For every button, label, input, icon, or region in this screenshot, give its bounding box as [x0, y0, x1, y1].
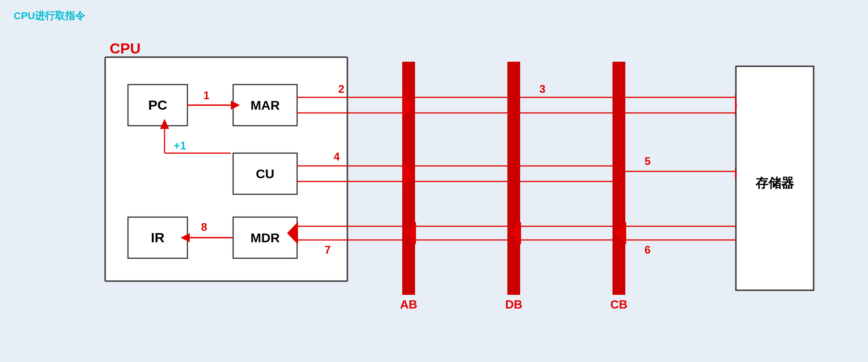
- page-title: CPU进行取指令: [14, 9, 85, 23]
- svg-text:MAR: MAR: [250, 98, 280, 112]
- svg-text:7: 7: [325, 244, 330, 256]
- svg-text:4: 4: [334, 150, 340, 163]
- svg-text:DB: DB: [505, 298, 522, 311]
- svg-text:1: 1: [203, 89, 209, 101]
- svg-text:IR: IR: [151, 230, 165, 245]
- svg-text:CU: CU: [256, 167, 274, 181]
- svg-text:PC: PC: [148, 97, 167, 112]
- diagram-area: CPU PC MAR CU IR MDR 存储器: [14, 30, 855, 341]
- svg-text:5: 5: [644, 155, 650, 167]
- svg-text:存储器: 存储器: [755, 176, 794, 190]
- main-container: CPU进行取指令 CPU PC MAR CU IR MDR 存: [0, 0, 868, 362]
- svg-rect-16: [612, 62, 625, 295]
- svg-rect-15: [507, 62, 520, 295]
- svg-text:2: 2: [338, 83, 344, 95]
- svg-text:+1: +1: [174, 139, 186, 152]
- svg-text:8: 8: [201, 221, 207, 233]
- svg-text:CB: CB: [610, 298, 628, 311]
- svg-text:CPU: CPU: [110, 40, 141, 57]
- svg-text:3: 3: [539, 83, 545, 95]
- svg-text:MDR: MDR: [250, 231, 280, 245]
- svg-text:AB: AB: [400, 298, 417, 311]
- svg-text:6: 6: [644, 244, 650, 256]
